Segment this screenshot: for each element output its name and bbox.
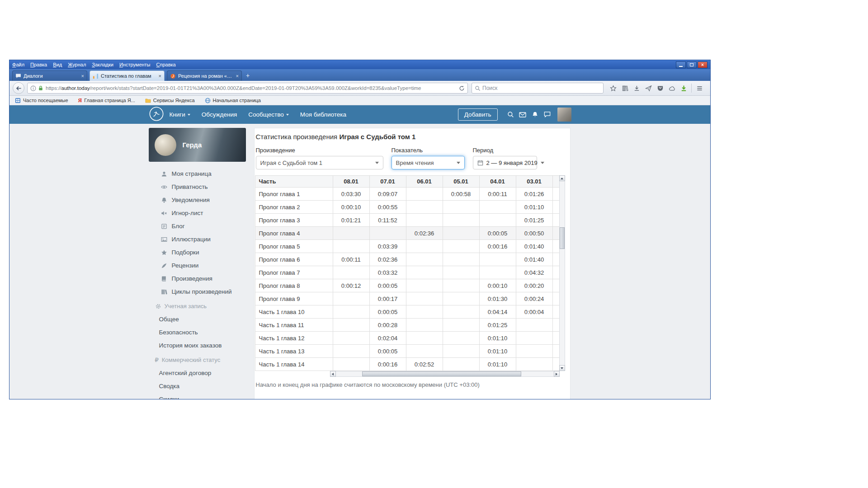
bookmark-item[interactable]: ЯГлавная страница Я... [78, 97, 135, 104]
time-cell [443, 266, 480, 279]
minimize-icon [679, 66, 683, 67]
sidebar-item[interactable]: История моих заказов [149, 339, 246, 352]
horizontal-scrollbar[interactable] [330, 371, 560, 377]
sidebar-item[interactable]: Общее [149, 313, 246, 326]
bookmark-star-icon[interactable] [607, 82, 619, 94]
browser-tab[interactable]: Рецензия на роман «Играя с...× [167, 70, 242, 81]
time-cell: 0:00:12 [333, 279, 370, 292]
navigation-toolbar: https://author.today/report/work/stats?s… [9, 81, 710, 96]
browser-tab[interactable]: Диалоги× [12, 70, 87, 81]
user-avatar[interactable] [557, 108, 571, 122]
scroll-right-button[interactable] [554, 371, 560, 377]
library-icon[interactable] [619, 82, 631, 94]
vertical-scroll-thumb[interactable] [560, 227, 565, 249]
search-input[interactable] [482, 85, 600, 91]
cloud-sync-icon[interactable] [666, 82, 678, 94]
add-button[interactable]: Добавить [458, 108, 498, 121]
menu-item[interactable]: Справка [156, 62, 176, 67]
messages-icon[interactable] [517, 108, 529, 121]
menu-item[interactable]: Правка [30, 62, 47, 67]
sidebar-item[interactable]: Подборки [149, 246, 246, 259]
table-row: 0:00:280:01:25 [333, 319, 559, 332]
profile-card[interactable]: Герда [149, 128, 246, 162]
horizontal-scroll-thumb[interactable] [362, 371, 521, 376]
time-cell: 0:00:28 [370, 319, 406, 332]
chapter-cell: Часть 1 глава 11 [255, 319, 333, 332]
sidebar-item-label: Подборки [172, 249, 199, 256]
time-cell: 0:00:16 [370, 358, 406, 371]
menu-item[interactable]: Журнал [68, 62, 86, 67]
tab-title: Рецензия на роман «Играя с... [178, 73, 234, 79]
tab-close-icon[interactable]: × [236, 73, 239, 79]
time-cell [443, 358, 480, 371]
restore-button[interactable] [687, 61, 697, 68]
close-button[interactable]: × [698, 61, 708, 68]
sidebar-item-label: Рецензии [172, 262, 199, 269]
search-bar[interactable] [472, 83, 604, 94]
back-button[interactable] [13, 82, 24, 94]
time-cell [406, 253, 443, 266]
sidebar-item[interactable]: Циклы произведений [149, 285, 246, 298]
site-search-icon[interactable] [505, 108, 517, 121]
reload-icon[interactable] [459, 85, 465, 91]
new-tab-button[interactable]: + [242, 71, 254, 81]
pocket-icon[interactable] [654, 82, 666, 94]
period-select[interactable]: 2 — 9 января 2019 [473, 156, 537, 169]
time-cell: 0:02:52 [406, 358, 443, 371]
vertical-scrollbar[interactable] [559, 175, 565, 371]
back-arrow-icon [15, 85, 22, 92]
gears-icon [155, 303, 161, 310]
bookmark-item[interactable]: Сервисы Яндекса [145, 98, 195, 103]
menu-item[interactable]: Закладки [92, 62, 113, 67]
tab-close-icon[interactable]: × [159, 73, 161, 79]
time-cell [553, 227, 559, 240]
sidebar-item[interactable]: Агентский договор [149, 366, 246, 380]
sidebar-item[interactable]: Блог [149, 220, 246, 233]
downloads-icon[interactable] [631, 82, 642, 94]
time-cell: 0:01:21 [333, 214, 370, 227]
sidebar-item[interactable]: Произведения [149, 272, 246, 285]
page-info-icon[interactable] [30, 85, 36, 91]
hamburger-menu-icon[interactable] [693, 82, 705, 94]
bookmark-item[interactable]: Начальная страница [205, 98, 261, 103]
sidebar-item[interactable]: Рецензии [149, 259, 246, 272]
filters: Произведение Играя с Судьбой том 1 Показ… [256, 147, 570, 169]
sidebar-item[interactable]: Игнор-лист [149, 206, 246, 220]
work-select[interactable]: Играя с Судьбой том 1 [256, 156, 383, 169]
browser-tab[interactable]: Статистика по главам× [90, 70, 165, 81]
notifications-bell-icon[interactable] [529, 108, 541, 121]
time-cell: 0:00:05 [370, 279, 406, 292]
metric-select[interactable]: Время чтения [392, 156, 465, 169]
time-cell [406, 305, 443, 319]
comments-icon[interactable] [541, 108, 553, 121]
sidebar-item[interactable]: Уведомления [149, 193, 246, 206]
send-tab-icon[interactable] [642, 82, 654, 94]
menu-item[interactable]: Инструменты [119, 62, 151, 67]
sidebar-item[interactable]: Приватность [149, 180, 246, 193]
site-logo[interactable] [149, 106, 164, 123]
sidebar-item[interactable]: Моя страница [149, 167, 246, 180]
site-nav-link[interactable]: Сообщество [248, 111, 288, 118]
time-cell [406, 188, 443, 201]
sidebar-item[interactable]: Скидки [149, 393, 246, 399]
menu-item[interactable]: Файл [12, 62, 24, 67]
scroll-left-button[interactable] [330, 371, 336, 377]
site-nav-link[interactable]: Обсуждения [202, 111, 237, 118]
work-filter: Произведение Играя с Судьбой том 1 [256, 147, 383, 169]
save-video-icon[interactable] [678, 82, 689, 94]
date-columns-viewport: 08.0107.0106.0105.0104.0103.010:03:300:0… [333, 175, 559, 371]
minimize-button[interactable] [676, 61, 686, 68]
sidebar-item[interactable]: Иллюстрации [149, 233, 246, 246]
scroll-up-button[interactable] [559, 175, 565, 181]
tab-close-icon[interactable]: × [81, 73, 84, 79]
menu-item[interactable]: Вид [53, 62, 62, 67]
eye-icon [160, 184, 168, 190]
period-filter: Период 2 — 9 января 2019 [473, 147, 537, 169]
bookmark-item[interactable]: Часто посещаемые [15, 98, 68, 103]
url-bar[interactable]: https://author.today/report/work/stats?s… [27, 83, 468, 94]
scroll-down-button[interactable] [559, 365, 565, 371]
site-nav-link[interactable]: Книги [170, 111, 190, 118]
sidebar-item[interactable]: Безопасность [149, 326, 246, 339]
site-nav-link[interactable]: Моя библиотека [300, 111, 346, 118]
sidebar-item[interactable]: Сводка [149, 380, 246, 393]
